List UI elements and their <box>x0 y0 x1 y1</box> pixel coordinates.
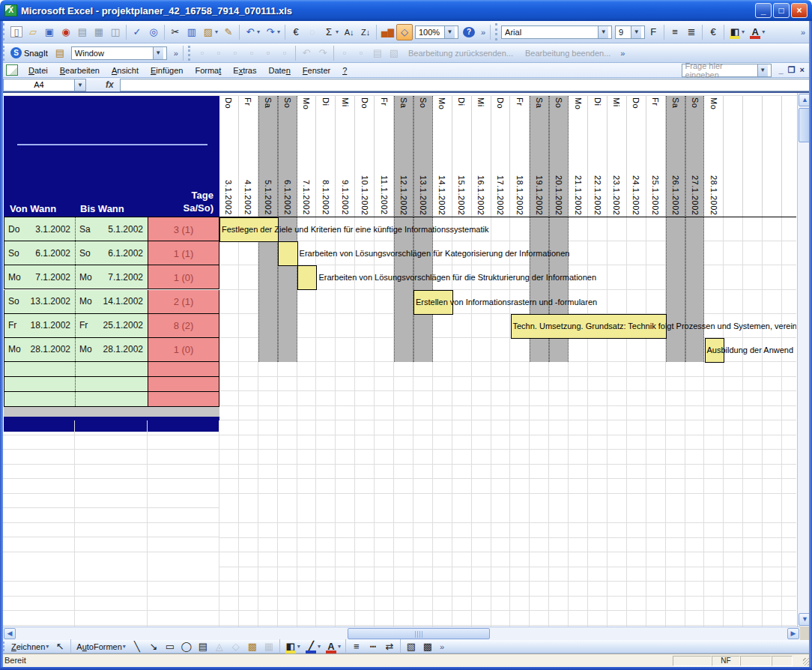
planner-row-1[interactable]: Do3.1.2002Sa5.1.20023 (1) <box>4 217 219 241</box>
workbook-minimize-button[interactable]: _ <box>779 65 784 75</box>
dash-style-icon[interactable]: ┅ <box>365 639 381 655</box>
gantt-day-column-10.1.2002[interactable]: Do10.1.2002 <box>355 96 375 217</box>
font-size-select[interactable]: 9▼ <box>615 25 645 39</box>
gantt-day-column-27.1.2002[interactable]: So27.1.2002 <box>685 96 705 217</box>
select-objects-icon[interactable]: ↖ <box>52 639 68 655</box>
menu-einfgen[interactable]: Einfügen <box>145 64 189 77</box>
gantt-day-column-empty[interactable] <box>763 96 782 217</box>
maximize-button[interactable]: □ <box>773 3 790 18</box>
reject-change-icon[interactable]: ▫ <box>353 45 369 61</box>
sort-descending-icon[interactable]: Z↓ <box>357 24 374 40</box>
permission-icon[interactable]: ◉ <box>58 24 74 40</box>
snagit-logo-icon[interactable]: S <box>10 47 22 58</box>
edit-comment-icon[interactable]: ▫ <box>194 45 210 61</box>
gantt-day-column-17.1.2002[interactable]: Do17.1.2002 <box>491 96 511 217</box>
arrow-icon[interactable]: ↘ <box>145 639 162 655</box>
insert-comment-icon[interactable]: ▫ <box>260 45 276 61</box>
gantt-day-column-18.1.2002[interactable]: Fr18.1.2002 <box>511 96 530 217</box>
review-button-1[interactable]: Bearbeitung zurücksenden... <box>402 49 519 58</box>
line-color-icon[interactable]: ╱▾ <box>303 639 323 655</box>
picture-icon[interactable]: ▦ <box>261 639 277 655</box>
euro-convert-icon[interactable]: € <box>288 24 304 40</box>
gantt-day-column-8.1.2002[interactable]: Di8.1.2002 <box>317 96 336 217</box>
scroll-right-icon[interactable]: ▶ <box>787 628 799 639</box>
planner-empty-row[interactable] <box>4 362 219 377</box>
name-box-dropdown[interactable]: ▼ <box>75 79 86 91</box>
save-icon[interactable]: ▣ <box>41 24 58 40</box>
gantt-day-column-25.1.2002[interactable]: Fr25.1.2002 <box>646 96 666 217</box>
paste-icon[interactable]: ▨▾ <box>200 24 220 40</box>
align-left-icon[interactable]: ≡ <box>667 24 683 40</box>
diagram-icon[interactable]: ◇ <box>228 639 244 655</box>
delete-comment-icon[interactable]: ▫ <box>276 45 293 61</box>
gantt-day-column-23.1.2002[interactable]: Mi23.1.2002 <box>608 96 627 217</box>
gantt-day-column-7.1.2002[interactable]: Mo7.1.2002 <box>297 96 317 217</box>
previous-change-icon[interactable]: ↶ <box>298 45 315 61</box>
review-button-2[interactable]: Bearbeitung beenden... <box>519 49 616 58</box>
research-icon[interactable]: ◎ <box>145 24 162 40</box>
gantt-day-column-24.1.2002[interactable]: Do24.1.2002 <box>627 96 646 217</box>
gantt-day-column-6.1.2002[interactable]: So6.1.2002 <box>278 96 297 217</box>
fill-color-icon[interactable]: ◧▾ <box>727 24 747 40</box>
shadow-style-icon[interactable]: ▧ <box>403 639 419 655</box>
toolbar-options-chevron[interactable]: » <box>479 28 488 37</box>
hyperlink-icon[interactable]: ◌ <box>304 24 321 40</box>
menu-format[interactable]: Format <box>189 64 227 77</box>
wordart-icon[interactable]: ◬ <box>211 639 228 655</box>
planner-empty-row[interactable] <box>4 377 219 392</box>
workbook-close-button[interactable]: × <box>800 65 805 75</box>
minimize-button[interactable]: _ <box>755 3 772 18</box>
euro-icon[interactable]: € <box>705 24 721 40</box>
new-document-icon[interactable]: ▯ <box>8 24 25 40</box>
menu-fenster[interactable]: Fenster <box>297 64 336 77</box>
gantt-day-column-12.1.2002[interactable]: Sa12.1.2002 <box>394 96 413 217</box>
toolbar-drag-handle[interactable] <box>188 46 192 61</box>
menu-help[interactable]: ? <box>336 64 353 77</box>
arrow-style-icon[interactable]: ⇄ <box>381 639 398 655</box>
planner-row-6[interactable]: Mo28.1.2002Mo28.1.20021 (0) <box>4 338 219 362</box>
toolbar-options-chevron[interactable]: » <box>172 49 181 58</box>
mail-icon[interactable]: ▤ <box>74 24 91 40</box>
snagit-mode-select[interactable]: Window▼ <box>71 46 167 60</box>
workbook-restore-button[interactable]: ❐ <box>788 65 796 75</box>
copy-icon[interactable]: ▥ <box>184 24 200 40</box>
insert-function-icon[interactable]: fx <box>106 79 114 90</box>
toolbar-options-chevron[interactable]: » <box>437 642 446 651</box>
gantt-day-column-20.1.2002[interactable]: So20.1.2002 <box>549 96 569 217</box>
toolbar-options-chevron[interactable]: » <box>799 28 808 37</box>
planner-row-5[interactable]: Fr18.1.2002Fr25.1.20028 (2) <box>4 314 219 338</box>
gantt-day-column-22.1.2002[interactable]: Di22.1.2002 <box>588 96 608 217</box>
gantt-day-column-14.1.2002[interactable]: Mo14.1.2002 <box>433 96 452 217</box>
gantt-day-column-empty[interactable] <box>724 96 743 217</box>
chart-wizard-icon[interactable]: ▅▇ <box>379 24 396 40</box>
font-color-icon[interactable]: A▾ <box>323 639 343 655</box>
ask-question-box[interactable]: Frage hier eingeben▼ <box>682 64 772 77</box>
print-icon[interactable]: ▦ <box>91 24 107 40</box>
gantt-day-column-empty[interactable] <box>743 96 763 217</box>
gantt-day-column-19.1.2002[interactable]: Sa19.1.2002 <box>530 96 549 217</box>
formula-input[interactable] <box>120 79 811 91</box>
previous-comment-icon[interactable]: ▫ <box>210 45 227 61</box>
font-name-select[interactable]: Arial▼ <box>501 25 612 39</box>
planner-empty-row[interactable] <box>4 392 219 407</box>
chevron-down-icon[interactable]: ▼ <box>631 26 641 38</box>
send-mail-icon[interactable]: ▤ <box>369 45 386 61</box>
menu-datei[interactable]: Datei <box>22 64 54 77</box>
menu-bearbeiten[interactable]: Bearbeiten <box>54 64 106 77</box>
autosum-icon[interactable]: Σ▾ <box>321 24 341 40</box>
line-icon[interactable]: ╲ <box>129 639 145 655</box>
menu-ansicht[interactable]: Ansicht <box>106 64 145 77</box>
oval-icon[interactable]: ◯ <box>178 639 195 655</box>
sort-ascending-icon[interactable]: A↓ <box>341 24 357 40</box>
undo-icon[interactable]: ↶▾ <box>242 24 262 40</box>
gantt-day-column-11.1.2002[interactable]: Fr11.1.2002 <box>375 96 394 217</box>
chevron-down-icon[interactable]: ▼ <box>757 64 768 76</box>
gantt-day-column-4.1.2002[interactable]: Fr4.1.2002 <box>239 96 258 217</box>
toolbar-options-chevron[interactable]: » <box>618 49 627 58</box>
name-box[interactable]: A4 <box>3 79 75 91</box>
gantt-day-column-15.1.2002[interactable]: Di15.1.2002 <box>452 96 472 217</box>
help-icon[interactable]: ? <box>461 24 477 40</box>
chevron-down-icon[interactable]: ▼ <box>444 26 455 38</box>
next-comment-icon[interactable]: ▫ <box>227 45 243 61</box>
toolbar-drag-handle[interactable] <box>495 23 499 40</box>
